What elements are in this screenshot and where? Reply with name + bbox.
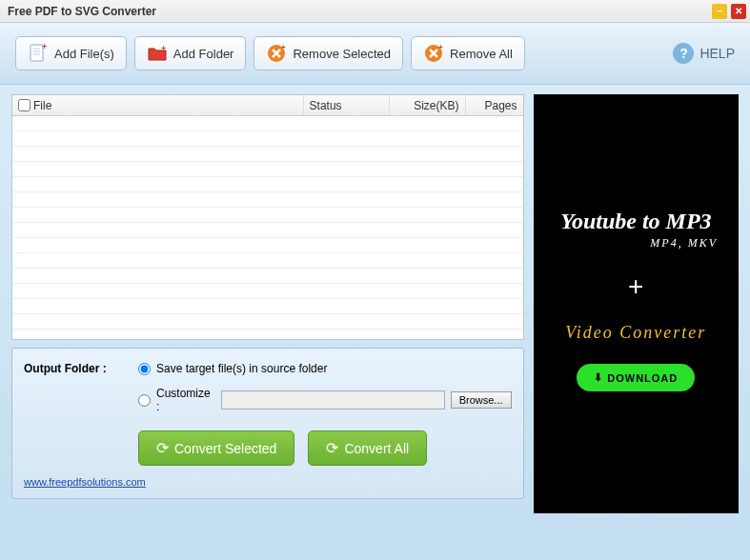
table-row: [12, 299, 523, 314]
table-row: [12, 192, 523, 208]
table-row: [12, 269, 523, 284]
add-files-label: Add File(s): [54, 47, 114, 61]
radio-source-label: Save target file(s) in source folder: [156, 362, 327, 375]
output-folder-label: Output Folder :: [24, 362, 129, 375]
download-arrow-icon: ⬇: [594, 371, 603, 384]
remove-all-label: Remove All: [450, 47, 513, 61]
col-file-label: File: [33, 99, 51, 112]
file-plus-icon: +: [28, 43, 49, 64]
left-column: File Status Size(KB) Pages: [11, 94, 524, 553]
help-icon: ?: [673, 43, 694, 64]
window-title: Free PDF to SVG Converter: [4, 5, 156, 18]
folder-plus-icon: +: [147, 43, 168, 64]
table-row: [12, 223, 523, 238]
output-customize-row: Customize : Browse...: [138, 387, 512, 413]
radio-source[interactable]: Save target file(s) in source folder: [138, 362, 327, 375]
radio-customize-label: Customize :: [156, 387, 215, 413]
ad-content[interactable]: Youtube to MP3 MP4, MKV + Video Converte…: [534, 94, 739, 513]
remove-selected-button[interactable]: + Remove Selected: [253, 36, 403, 70]
convert-selected-button[interactable]: ⟳ Convert Selected: [138, 430, 294, 466]
custom-path-input[interactable]: [221, 390, 445, 410]
ad-panel: Youtube to MP3 MP4, MKV + Video Converte…: [534, 94, 739, 553]
titlebar: Free PDF to SVG Converter – ✕: [0, 0, 750, 23]
svg-text:+: +: [42, 43, 47, 51]
add-folder-label: Add Folder: [173, 47, 234, 61]
table-row: [12, 162, 523, 177]
close-button[interactable]: ✕: [731, 4, 746, 19]
plus-icon: +: [628, 271, 643, 302]
convert-buttons: ⟳ Convert Selected ⟳ Convert All: [138, 430, 512, 466]
help-button[interactable]: ? HELP: [673, 43, 735, 64]
svg-text:+: +: [438, 43, 443, 51]
browse-button[interactable]: Browse...: [451, 391, 512, 409]
output-source-row: Output Folder : Save target file(s) in s…: [24, 362, 512, 375]
convert-all-button[interactable]: ⟳ Convert All: [308, 430, 427, 466]
ad-subtitle: MP4, MKV: [650, 236, 718, 250]
minimize-button[interactable]: –: [712, 4, 727, 19]
remove-x-icon: +: [266, 43, 287, 64]
col-size[interactable]: Size(KB): [390, 95, 466, 115]
ad-download-label: DOWNLOAD: [607, 372, 678, 384]
table-row: [12, 177, 523, 192]
ad-video-converter: Video Converter: [565, 323, 706, 343]
convert-selected-label: Convert Selected: [174, 441, 276, 456]
radio-source-input[interactable]: [138, 363, 151, 375]
table-row: [12, 238, 523, 253]
col-file[interactable]: File: [12, 95, 304, 115]
toolbar: + Add File(s) + Add Folder + Remove Sele…: [0, 23, 750, 85]
table-row: [12, 253, 523, 269]
add-files-button[interactable]: + Add File(s): [15, 36, 127, 70]
col-pages[interactable]: Pages: [466, 95, 523, 115]
output-panel: Output Folder : Save target file(s) in s…: [11, 348, 524, 499]
table-row: [12, 314, 523, 330]
remove-all-x-icon: +: [423, 43, 444, 64]
ad-title: Youtube to MP3: [560, 209, 712, 234]
remove-all-button[interactable]: + Remove All: [411, 36, 525, 70]
table-row: [12, 131, 523, 147]
footer-link[interactable]: www.freepdfsolutions.com: [24, 476, 146, 488]
help-label: HELP: [699, 46, 735, 61]
svg-text:+: +: [161, 44, 166, 53]
window-controls: – ✕: [712, 4, 746, 19]
ad-download-button[interactable]: ⬇ DOWNLOAD: [577, 364, 695, 391]
table-row: [12, 147, 523, 162]
radio-customize-input[interactable]: [138, 394, 151, 407]
select-all-checkbox[interactable]: [18, 99, 30, 111]
table-body: [12, 116, 523, 339]
col-status[interactable]: Status: [304, 95, 390, 115]
main-area: File Status Size(KB) Pages: [0, 85, 750, 560]
radio-customize[interactable]: Customize :: [138, 387, 215, 413]
refresh-icon: ⟳: [326, 439, 338, 457]
table-row: [12, 208, 523, 223]
table-header: File Status Size(KB) Pages: [12, 95, 523, 116]
table-row: [12, 284, 523, 299]
file-table: File Status Size(KB) Pages: [11, 94, 524, 340]
refresh-icon: ⟳: [156, 439, 169, 457]
convert-all-label: Convert All: [344, 441, 409, 456]
add-folder-button[interactable]: + Add Folder: [134, 36, 247, 70]
svg-text:+: +: [281, 43, 286, 51]
remove-selected-label: Remove Selected: [293, 47, 391, 61]
table-row: [12, 116, 523, 131]
